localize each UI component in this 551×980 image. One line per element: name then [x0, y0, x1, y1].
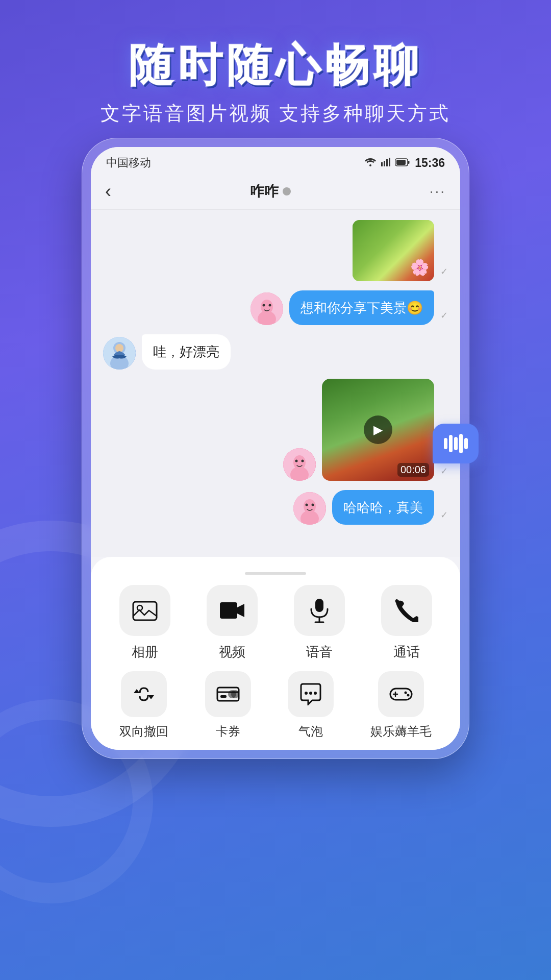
- flower-image: [353, 220, 434, 281]
- message-row: ✓ 想和你分享下美景😊: [103, 290, 448, 325]
- chat-title: 咋咋: [250, 182, 291, 201]
- svg-point-0: [369, 164, 371, 166]
- text-bubble-received: 哇，好漂亮: [142, 334, 231, 369]
- status-right: 15:36: [365, 156, 445, 170]
- svg-point-12: [269, 304, 271, 307]
- svg-rect-4: [389, 158, 390, 166]
- message-row: ✓ ▶ 00:06: [103, 379, 448, 481]
- phone-outer: 中国移动 15:36 ‹ 咋咋: [82, 138, 469, 759]
- bubble-icon-box: [288, 671, 334, 717]
- message-row: ✓: [103, 220, 448, 281]
- svg-point-45: [407, 694, 410, 697]
- game-icon-box: [378, 671, 424, 717]
- voice-float-button[interactable]: [433, 424, 479, 463]
- game-label: 娱乐薅羊毛: [370, 723, 432, 740]
- voice-bar-2: [449, 435, 453, 452]
- voice-bar-5: [464, 438, 468, 449]
- voice-bar-1: [444, 438, 447, 449]
- video-label: 视频: [219, 643, 245, 661]
- video-icon-box: [207, 585, 258, 636]
- album-icon-box: [119, 585, 170, 636]
- more-button[interactable]: ···: [430, 183, 446, 200]
- msg-check: ✓: [440, 509, 448, 521]
- panel-row-2: 双向撤回 卡券: [101, 671, 450, 740]
- nav-bar: ‹ 咋咋 ···: [91, 176, 460, 210]
- svg-point-26: [312, 504, 314, 506]
- panel-item-game[interactable]: 娱乐薅羊毛: [370, 671, 432, 740]
- svg-rect-30: [315, 599, 323, 612]
- recall-label: 双向撤回: [119, 723, 168, 740]
- text-bubble-sent: 想和你分享下美景😊: [289, 290, 434, 325]
- svg-point-20: [295, 459, 298, 462]
- svg-point-25: [306, 504, 308, 506]
- svg-point-44: [405, 692, 407, 694]
- main-title: 随时随心畅聊: [0, 41, 551, 90]
- svg-rect-6: [408, 161, 410, 164]
- svg-rect-7: [396, 160, 406, 165]
- msg-video[interactable]: ▶ 00:06: [322, 379, 434, 481]
- svg-point-38: [305, 692, 308, 695]
- chat-name: 咋咋: [250, 182, 279, 201]
- phone-mockup: 中国移动 15:36 ‹ 咋咋: [82, 138, 469, 759]
- panel-row-1: 相册 视频: [101, 585, 450, 661]
- call-label: 通话: [393, 643, 420, 661]
- svg-rect-27: [133, 602, 157, 620]
- panel-item-video[interactable]: 视频: [207, 585, 258, 661]
- panel-item-voice[interactable]: 语音: [294, 585, 345, 661]
- play-button[interactable]: ▶: [364, 415, 392, 444]
- carrier-text: 中国移动: [106, 155, 151, 170]
- card-icon-box: [205, 671, 251, 717]
- video-duration: 00:06: [397, 463, 429, 477]
- panel-item-recall[interactable]: 双向撤回: [119, 671, 168, 740]
- svg-rect-3: [386, 159, 388, 166]
- back-button[interactable]: ‹: [105, 181, 111, 202]
- panel-item-call[interactable]: 通话: [381, 585, 432, 661]
- panel-item-album[interactable]: 相册: [119, 585, 170, 661]
- svg-rect-1: [381, 162, 383, 166]
- voice-bar-3: [454, 437, 458, 450]
- voice-icon-box: [294, 585, 345, 636]
- msg-check: ✓: [440, 310, 448, 321]
- card-label: 卡券: [216, 723, 240, 740]
- svg-point-40: [314, 692, 317, 695]
- time-text: 15:36: [415, 156, 445, 170]
- recall-icon-box: [121, 671, 167, 717]
- battery-icon: [395, 156, 410, 169]
- message-row: 哇，好漂亮: [103, 334, 448, 369]
- msg-check: ✓: [440, 266, 448, 277]
- phone-inner: 中国移动 15:36 ‹ 咋咋: [91, 147, 460, 750]
- message-row: ✓ 哈哈哈，真美: [103, 490, 448, 525]
- svg-point-16: [115, 344, 123, 352]
- avatar-self-2: [283, 448, 316, 481]
- svg-point-39: [309, 692, 312, 695]
- signal-icon: [381, 156, 390, 169]
- album-label: 相册: [132, 643, 158, 661]
- bubble-label: 气泡: [298, 723, 323, 740]
- avatar-self: [251, 292, 283, 325]
- sub-title: 文字语音图片视频 支持多种聊天方式: [0, 101, 551, 127]
- svg-point-21: [302, 459, 304, 462]
- online-status: [283, 187, 291, 195]
- voice-bar-4: [459, 434, 463, 453]
- panel-item-bubble[interactable]: 气泡: [288, 671, 334, 740]
- svg-rect-35: [220, 695, 227, 698]
- voice-label: 语音: [306, 643, 333, 661]
- svg-point-37: [231, 690, 239, 698]
- msg-image[interactable]: [353, 220, 434, 281]
- header-section: 随时随心畅聊 文字语音图片视频 支持多种聊天方式: [0, 0, 551, 127]
- panel-divider: [245, 572, 306, 575]
- call-icon-box: [381, 585, 432, 636]
- avatar-other: [103, 337, 136, 370]
- svg-rect-2: [384, 161, 385, 166]
- chat-area: ✓ ✓ 想和你分享下美景😊: [91, 210, 460, 557]
- status-bar: 中国移动 15:36: [91, 147, 460, 176]
- svg-rect-29: [220, 602, 237, 619]
- msg-check: ✓: [440, 465, 448, 477]
- text-bubble-sent-2: 哈哈哈，真美: [332, 490, 434, 525]
- wifi-icon: [365, 156, 376, 169]
- avatar-self-3: [293, 492, 326, 525]
- panel-item-card[interactable]: 卡券: [205, 671, 251, 740]
- svg-point-11: [263, 304, 265, 307]
- bottom-panel: 相册 视频: [91, 557, 460, 750]
